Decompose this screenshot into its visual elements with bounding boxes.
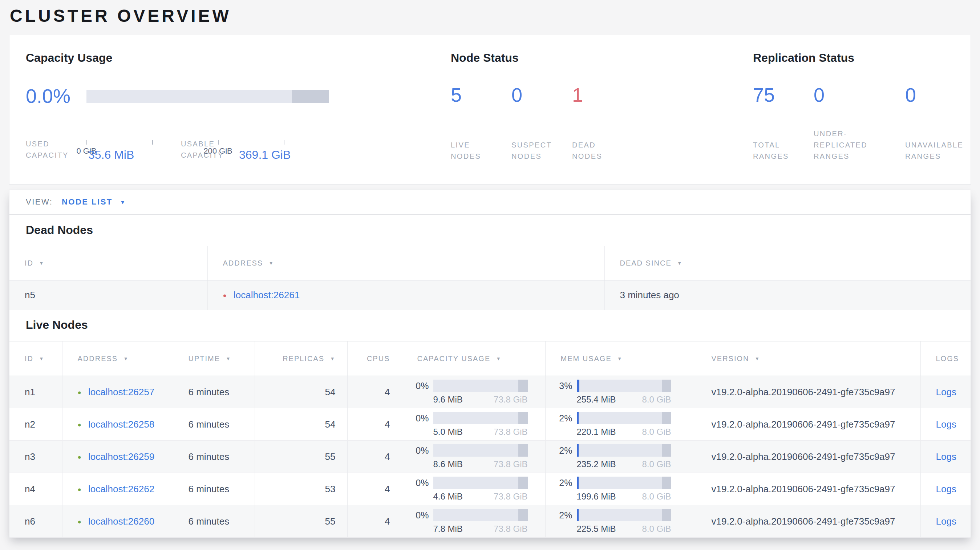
mem-usage-cell: 2% 199.6 MiB 8.0 GiB <box>545 473 696 505</box>
mem-bar-fill <box>577 477 579 489</box>
view-selected-value[interactable]: NODE LIST <box>62 197 113 206</box>
live-nodes-label: NODES <box>451 151 511 162</box>
node-address-link[interactable]: localhost:26257 <box>88 386 154 397</box>
capacity-bar <box>433 509 528 521</box>
capacity-bar <box>433 380 528 392</box>
mem-bar <box>577 444 671 457</box>
view-selector-dropdown[interactable]: NODE LIST ▼ <box>62 190 125 215</box>
sort-desc-icon[interactable]: ▼ <box>496 356 502 361</box>
cpus-cell: 4 <box>347 505 402 538</box>
mem-bar-fill <box>577 412 579 424</box>
logs-cell: Logs <box>920 409 970 441</box>
capacity-gauge-dark-segment <box>292 90 329 103</box>
uptime-cell: 6 minutes <box>173 441 255 473</box>
mem-used-value: 199.6 MiB <box>577 491 616 502</box>
logs-link[interactable]: Logs <box>936 516 956 527</box>
sort-desc-icon[interactable]: ▼ <box>124 356 129 361</box>
uptime-cell: 6 minutes <box>173 473 255 505</box>
column-header-uptime[interactable]: UPTIME ▼ <box>173 342 255 376</box>
unavailable-ranges-label: UNAVAILABLE <box>905 140 963 151</box>
usable-capacity-label: CAPACITY <box>181 149 239 161</box>
capacity-used-value: 7.8 MiB <box>433 524 463 534</box>
sort-desc-icon[interactable]: ▼ <box>677 261 682 266</box>
sort-desc-icon[interactable]: ▼ <box>617 356 622 361</box>
suspect-nodes-count: 0 <box>511 83 572 107</box>
capacity-used-value: 8.6 MiB <box>433 459 463 469</box>
column-header-id[interactable]: ID ▼ <box>10 342 62 376</box>
cpus-cell: 4 <box>347 409 402 441</box>
column-header-mem-usage[interactable]: MEM USAGE ▼ <box>545 342 696 376</box>
capacity-bar-dark-segment <box>518 444 528 457</box>
sort-desc-icon[interactable]: ▼ <box>330 356 336 361</box>
dead-since-cell: 3 minutes ago <box>605 280 970 310</box>
node-status-dot-icon: ● <box>78 454 81 461</box>
capacity-usage-cell: 0% 9.6 MiB 73.8 GiB <box>402 376 545 409</box>
mem-total-value: 8.0 GiB <box>642 491 671 502</box>
column-header-label[interactable]: MEM USAGE <box>561 354 612 362</box>
logs-link[interactable]: Logs <box>936 483 956 494</box>
column-header-address[interactable]: ADDRESS ▼ <box>207 246 605 280</box>
node-address-link[interactable]: localhost:26261 <box>234 289 300 300</box>
column-header-replicas[interactable]: REPLICAS ▼ <box>255 342 347 376</box>
column-header-cpus[interactable]: CPUS <box>347 342 402 376</box>
capacity-percent-label: 0% <box>408 412 429 424</box>
column-header-label[interactable]: CPUS <box>367 354 390 362</box>
column-header-label[interactable]: DEAD SINCE <box>620 259 671 267</box>
mem-total-value: 8.0 GiB <box>642 427 671 437</box>
column-header-label: LOGS <box>936 354 959 362</box>
live-nodes-table: ID ▼ ADDRESS ▼ UPTIME ▼ REPLICAS ▼ <box>10 341 970 538</box>
sort-desc-icon[interactable]: ▼ <box>269 261 274 266</box>
logs-cell: Logs <box>920 473 970 505</box>
node-address-link[interactable]: localhost:26260 <box>88 516 154 527</box>
column-header-label[interactable]: CAPACITY USAGE <box>417 354 491 362</box>
column-header-capacity-usage[interactable]: CAPACITY USAGE ▼ <box>402 342 545 376</box>
column-header-label[interactable]: VERSION <box>711 354 749 362</box>
node-address-cell: ● localhost:26262 <box>62 473 173 505</box>
mem-bar-fill <box>577 509 579 521</box>
node-address-link[interactable]: localhost:26259 <box>88 451 154 462</box>
column-header-label[interactable]: ID <box>25 354 33 362</box>
column-header-label[interactable]: ID <box>25 259 33 267</box>
dead-nodes-table: ID ▼ ADDRESS ▼ DEAD SINCE ▼ n5 <box>10 246 970 310</box>
capacity-percent-label: 0% <box>408 477 429 489</box>
node-address-link[interactable]: localhost:26258 <box>88 419 154 430</box>
sort-desc-icon[interactable]: ▼ <box>39 261 45 266</box>
node-status-dot-icon: ● <box>223 292 227 299</box>
sort-desc-icon[interactable]: ▼ <box>39 356 45 361</box>
node-id-cell: n5 <box>10 280 207 310</box>
under-replicated-ranges-label: RANGES <box>814 151 905 162</box>
capacity-bar <box>433 412 528 424</box>
node-status-dot-icon: ● <box>78 389 81 396</box>
column-header-label[interactable]: ADDRESS <box>78 354 118 362</box>
capacity-percent-label: 0% <box>408 444 429 457</box>
logs-link[interactable]: Logs <box>936 451 956 462</box>
column-header-version[interactable]: VERSION ▼ <box>696 342 920 376</box>
cpus-cell: 4 <box>347 376 402 409</box>
column-header-label[interactable]: REPLICAS <box>283 354 325 362</box>
column-header-label[interactable]: UPTIME <box>189 354 221 362</box>
mem-percent-label: 3% <box>551 380 573 392</box>
column-header-address[interactable]: ADDRESS ▼ <box>62 342 173 376</box>
mem-usage-gauge: 2% 225.5 MiB 8.0 GiB <box>546 509 696 534</box>
capacity-used-value: 4.6 MiB <box>433 491 463 502</box>
column-header-dead-since[interactable]: DEAD SINCE ▼ <box>605 246 970 280</box>
sort-desc-icon[interactable]: ▼ <box>226 356 231 361</box>
cpus-cell: 4 <box>347 473 402 505</box>
live-nodes-stat: 5 LIVE NODES <box>451 83 511 162</box>
mem-bar <box>577 509 671 521</box>
capacity-bar-dark-segment <box>518 380 528 392</box>
total-ranges-stat: 75 TOTAL RANGES <box>753 83 814 162</box>
sort-desc-icon[interactable]: ▼ <box>755 356 760 361</box>
live-node-row: n2 ● localhost:26258 6 minutes 54 4 0% 5… <box>10 409 970 441</box>
column-header-label[interactable]: ADDRESS <box>223 259 263 267</box>
logs-link[interactable]: Logs <box>936 419 956 430</box>
capacity-used-value: 5.0 MiB <box>433 427 463 437</box>
capacity-bar <box>433 444 528 457</box>
logs-link[interactable]: Logs <box>936 386 956 397</box>
column-header-id[interactable]: ID ▼ <box>10 246 207 280</box>
used-capacity-value: 35.6 MiB <box>88 148 134 162</box>
uptime-cell: 6 minutes <box>173 409 255 441</box>
suspect-nodes-stat: 0 SUSPECT NODES <box>511 83 572 162</box>
chevron-down-icon[interactable]: ▼ <box>120 199 125 205</box>
node-address-link[interactable]: localhost:26262 <box>88 483 154 494</box>
